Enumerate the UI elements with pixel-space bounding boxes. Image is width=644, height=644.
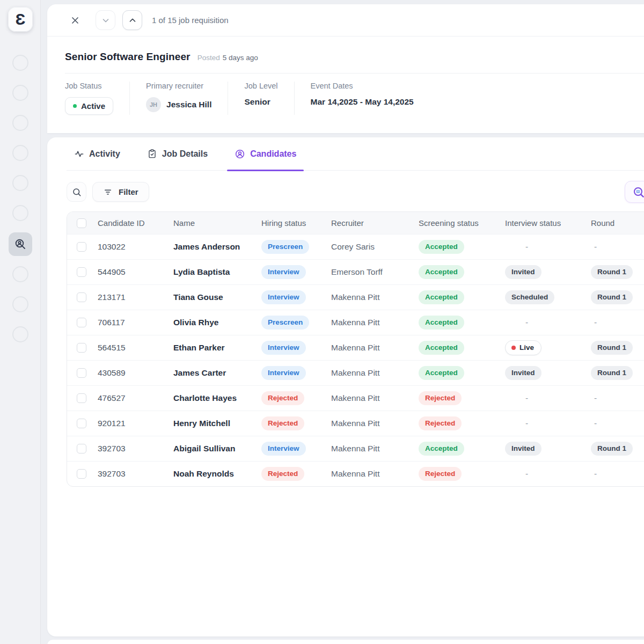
row-checkbox[interactable] [77,343,86,353]
filter-label: Filter [119,187,138,196]
filter-button[interactable]: Filter [92,182,149,202]
row-checkbox[interactable] [77,267,86,277]
candidate-row[interactable]: 706117 Olivia Rhye Prescreen Makenna Pit… [67,310,644,335]
select-all-checkbox[interactable] [77,218,86,228]
active-dot-icon [73,104,77,108]
row-checkbox[interactable] [77,393,86,403]
job-status-group: Job Status Active [65,82,129,115]
sidebar-placeholder-icon [12,175,28,191]
sidebar-placeholder-icon [12,85,28,101]
candidate-row[interactable]: 392703 Noah Reynolds Rejected Makenna Pi… [67,461,644,486]
interview-status-badge: - [525,318,528,327]
tab-candidates[interactable]: Candidates [227,137,304,170]
row-checkbox[interactable] [77,444,86,453]
row-checkbox[interactable] [77,242,86,252]
person-search-icon [14,238,27,251]
sidebar: Ɛ [0,0,41,644]
previous-requisition-button[interactable] [96,10,115,30]
event-dates-group: Event Dates Mar 14,2025 - May 14,2025 [294,82,430,115]
round-badge: - [594,469,597,478]
column-header-name: Name [167,212,255,234]
column-header-screening-status: Screening status [412,212,499,234]
round-badge: - [594,318,597,327]
row-checkbox[interactable] [77,292,86,302]
row-checkbox[interactable] [77,469,86,479]
candidate-id: 564515 [91,335,167,360]
hiring-status-badge: Interview [261,265,306,279]
job-level-label: Job Level [244,82,277,90]
candidate-row[interactable]: 564515 Ethan Parker Interview Makenna Pi… [67,335,644,360]
recruiter-avatar: JH [146,97,161,112]
column-header-candidate-id: Candidate ID [91,212,167,234]
candidate-id: 430589 [91,360,167,385]
round-badge: - [594,242,597,251]
tab-job-details[interactable]: Job Details [140,137,215,170]
table-header-row: Candidate ID Name Hiring status Recruite… [67,212,644,234]
candidate-id: 476527 [91,385,167,411]
sidebar-item-candidate-search[interactable] [9,232,32,256]
recruiter-cell: Makenna Pitt [325,360,412,385]
row-checkbox[interactable] [77,318,86,327]
dynamic-search-button[interactable]: Dyn [625,181,644,203]
hiring-status-badge: Rejected [261,391,304,405]
candidate-row[interactable]: 430589 James Carter Interview Makenna Pi… [67,360,644,385]
interview-status-badge: Scheduled [505,290,554,304]
interview-status-badge: - [525,419,528,428]
candidate-row[interactable]: 103022 James Anderson Prescreen Corey Sa… [67,234,644,259]
row-checkbox[interactable] [77,368,86,378]
interview-status-badge: - [525,469,528,478]
logo-glyph: Ɛ [16,11,26,27]
job-level-value: Senior [244,97,277,107]
recruiter-cell: Emerson Torff [325,259,412,284]
candidate-name: Noah Reynolds [167,461,255,486]
hiring-status-badge: Rejected [261,416,304,430]
close-button[interactable] [70,15,80,26]
row-checkbox[interactable] [77,419,86,428]
column-header-recruiter: Recruiter [325,212,412,234]
interview-status-badge: Invited [505,366,541,380]
job-header-card: 1 of 15 job requisition Senior Software … [47,4,644,133]
tab-activity[interactable]: Activity [67,137,128,170]
interview-status-badge: - [525,242,528,251]
column-header-round: Round [584,212,644,234]
requisition-counter: 1 of 15 job requisition [152,16,229,25]
tab-job-details-label: Job Details [162,149,208,159]
primary-recruiter-group: Primary recruiter JH Jessica Hill [129,82,228,115]
sidebar-placeholder-icon [12,145,28,161]
candidate-name: Abigail Sullivan [167,436,255,461]
job-status-badge: Active [65,97,113,115]
app-logo[interactable]: Ɛ [8,7,33,32]
screening-status-badge: Accepted [419,341,464,355]
search-icon [72,187,82,197]
candidate-name: Tiana Gouse [167,284,255,310]
event-dates-value: Mar 14,2025 - May 14,2025 [311,97,414,107]
candidate-row[interactable]: 544905 Lydia Baptista Interview Emerson … [67,259,644,284]
candidate-id: 706117 [91,310,167,335]
table-toolbar: Filter Dyn [67,182,644,202]
job-level-group: Job Level Senior [228,82,294,115]
round-badge: Round 1 [591,442,633,456]
candidate-row[interactable]: 920121 Henry Mitchell Rejected Makenna P… [67,411,644,436]
next-card-edge [47,640,644,644]
candidate-id: 392703 [91,461,167,486]
candidate-name: Lydia Baptista [167,259,255,284]
candidate-id: 920121 [91,411,167,436]
column-header-interview-status: Interview status [499,212,584,234]
screening-status-badge: Rejected [419,467,462,481]
candidates-card: Activity Job Details Candidates [47,137,644,636]
round-badge: - [594,419,597,428]
round-badge: Round 1 [591,290,633,304]
candidate-row[interactable]: 392703 Abigail Sullivan Interview Makenn… [67,436,644,461]
screening-status-badge: Rejected [419,391,462,405]
search-button[interactable] [67,182,86,202]
job-meta-row: Job Status Active Primary recruiter JH J… [47,74,644,115]
next-requisition-button[interactable] [122,10,142,30]
recruiter-cell: Corey Saris [325,234,412,259]
sidebar-placeholder-icon [12,55,28,71]
tab-activity-label: Activity [89,149,120,159]
sidebar-placeholder-icon [12,266,28,282]
interview-status-badge: Invited [505,265,541,279]
candidate-row[interactable]: 213171 Tiana Gouse Interview Makenna Pit… [67,284,644,310]
candidate-row[interactable]: 476527 Charlotte Hayes Rejected Makenna … [67,385,644,411]
hiring-status-badge: Prescreen [261,240,309,254]
